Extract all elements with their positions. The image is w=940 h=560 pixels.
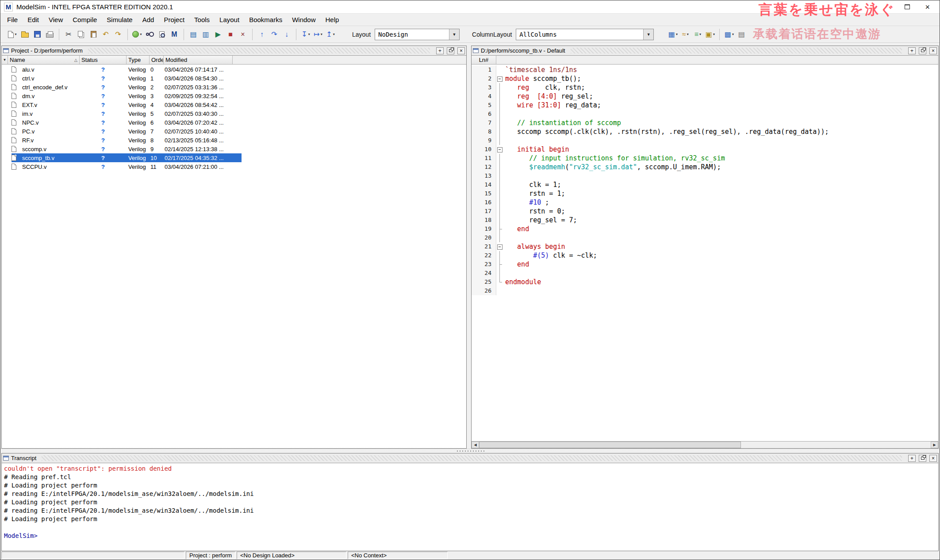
find-in-files-button[interactable]	[156, 29, 168, 40]
menu-compile[interactable]: Compile	[68, 14, 102, 25]
hscroll-track[interactable]	[479, 442, 931, 448]
panel-close-button[interactable]: ×	[457, 47, 465, 54]
panel-expand-button[interactable]: +	[436, 47, 444, 54]
panel-close-button[interactable]: ×	[929, 47, 937, 54]
close-icon[interactable]: ×	[925, 3, 930, 11]
editor-hscrollbar[interactable]: ◀ ▶	[472, 441, 938, 448]
step-over-button[interactable]: ↥▾	[325, 29, 336, 40]
table-row[interactable]: SCCPU.v?Verilog1103/04/2026 07:21:00 ...	[12, 162, 242, 171]
menu-add[interactable]: Add	[138, 14, 159, 25]
fold-collapse-icon[interactable]	[496, 145, 503, 154]
redo-button[interactable]: ↷	[112, 29, 124, 40]
code-lines[interactable]: 1`timescale 1ns/1ns2module sccomp_tb();3…	[472, 65, 938, 441]
menu-tools[interactable]: Tools	[189, 14, 215, 25]
copy-button[interactable]	[75, 29, 87, 40]
table-row[interactable]: sccomp_tb.v?Verilog1002/17/2025 04:35:32…	[12, 153, 242, 162]
menu-project[interactable]: Project	[159, 14, 189, 25]
paste-button[interactable]	[88, 29, 99, 40]
memory-button[interactable]: ▣▾	[704, 29, 716, 40]
vertical-splitter[interactable]	[467, 46, 471, 449]
panel-grip[interactable]	[571, 48, 902, 53]
panel-expand-button[interactable]: +	[908, 455, 916, 462]
transcript-lines[interactable]: couldn't open "transcript": permission d…	[2, 463, 938, 551]
table-row[interactable]: alu.v?Verilog003/04/2026 07:14:17 ...	[12, 65, 242, 74]
compile-all-button[interactable]: ▥	[200, 29, 211, 40]
table-row[interactable]: dm.v?Verilog302/09/2025 09:32:54 ...	[12, 91, 242, 100]
refresh-button[interactable]: ↷	[269, 29, 280, 40]
table-row[interactable]: RF.v?Verilog802/13/2025 05:16:48 ...	[12, 136, 242, 145]
column-header-order[interactable]: Order	[150, 56, 164, 64]
table-row[interactable]: NPC.v?Verilog603/04/2026 07:20:42 ...	[12, 118, 242, 127]
chevron-down-icon[interactable]: ▾	[308, 32, 310, 36]
layout-select[interactable]: NoDesign ▼	[375, 29, 460, 40]
run-button[interactable]: ↧▾	[300, 29, 311, 40]
menu-help[interactable]: Help	[321, 14, 344, 25]
column-header-name[interactable]: Name △	[8, 56, 80, 64]
processes-button[interactable]: ≡▾	[692, 29, 703, 40]
chevron-down-icon[interactable]: ▾	[676, 32, 678, 36]
undo-button[interactable]: ↶	[100, 29, 111, 40]
fold-collapse-icon[interactable]	[496, 74, 503, 83]
menu-bookmarks[interactable]: Bookmarks	[244, 14, 287, 25]
menu-window[interactable]: Window	[287, 14, 320, 25]
grid-button[interactable]: ▤	[736, 29, 747, 40]
menu-layout[interactable]: Layout	[215, 14, 244, 25]
menu-view[interactable]: View	[44, 14, 68, 25]
column-options-icon[interactable]: ▼	[2, 56, 8, 64]
splitter-handle[interactable]	[456, 450, 484, 452]
fold-collapse-icon[interactable]	[496, 242, 503, 251]
editor-panel-header[interactable]: D:/perform/sccomp_tb.v - Default + ×	[472, 46, 938, 56]
scroll-left-icon[interactable]: ◀	[472, 442, 479, 448]
panel-grip[interactable]	[42, 455, 902, 461]
horizontal-splitter[interactable]	[0, 449, 940, 453]
column-header-status[interactable]: Status	[80, 56, 127, 64]
print-button[interactable]	[44, 29, 55, 40]
new-file-button[interactable]: ▾	[7, 29, 18, 40]
menu-edit[interactable]: Edit	[23, 14, 44, 25]
column-header-type[interactable]: Type	[127, 56, 150, 64]
end-simulation-button[interactable]: ×	[237, 29, 249, 40]
compile-button[interactable]: ▤	[188, 29, 199, 40]
panel-undock-button[interactable]	[447, 47, 454, 54]
go-down-button[interactable]: ↓	[281, 29, 292, 40]
project-panel-header[interactable]: Project - D:/perform/perform + ×	[2, 46, 466, 56]
transcript-panel-header[interactable]: Transcript + ×	[2, 453, 938, 463]
chevron-down-icon[interactable]: ▾	[140, 32, 142, 36]
objects-button[interactable]: ▦▾	[667, 29, 679, 40]
panel-grip[interactable]	[88, 48, 430, 53]
chevron-down-icon[interactable]: ▾	[321, 32, 322, 36]
chevron-down-icon[interactable]: ▾	[699, 32, 701, 36]
scroll-right-icon[interactable]: ▶	[931, 442, 938, 448]
zoom-grid-button[interactable]: ▩▾	[723, 29, 735, 40]
table-row[interactable]: PC.v?Verilog702/07/2025 10:40:40 ...	[12, 127, 242, 136]
table-row[interactable]: EXT.v?Verilog403/04/2026 08:54:42 ...	[12, 100, 242, 109]
chevron-down-icon[interactable]: ▾	[732, 32, 734, 36]
simulate-button[interactable]: ▶	[212, 29, 224, 40]
go-up-button[interactable]: ↑	[256, 29, 268, 40]
recompile-button[interactable]: ▾	[131, 29, 143, 40]
modelsim-button[interactable]: M	[169, 29, 180, 40]
chevron-down-icon[interactable]: ▾	[333, 32, 335, 36]
table-row[interactable]: im.v?Verilog502/07/2025 03:40:30 ...	[12, 109, 242, 118]
table-row[interactable]: ctrl.v?Verilog103/04/2026 08:54:30 ...	[12, 74, 242, 83]
cut-button[interactable]: ✂	[63, 29, 74, 40]
break-button[interactable]: ■	[225, 29, 236, 40]
hscroll-thumb[interactable]	[479, 442, 741, 448]
panel-close-button[interactable]: ×	[929, 455, 937, 462]
table-row[interactable]: sccomp.v?Verilog902/14/2025 12:13:38 ...	[12, 145, 242, 153]
chevron-down-icon[interactable]: ▾	[713, 32, 715, 36]
panel-undock-button[interactable]	[919, 455, 926, 462]
wave-button[interactable]: ≈▾	[679, 29, 691, 40]
panel-expand-button[interactable]: +	[908, 47, 916, 54]
maximize-icon[interactable]	[905, 4, 910, 9]
chevron-down-icon[interactable]: ▾	[15, 32, 16, 36]
save-button[interactable]	[31, 29, 43, 40]
find-button[interactable]	[144, 29, 155, 40]
columnlayout-select[interactable]: AllColumns ▼	[516, 29, 654, 40]
panel-undock-button[interactable]	[919, 47, 926, 54]
column-header-modified[interactable]: Modified	[164, 56, 233, 64]
chevron-down-icon[interactable]: ▼	[643, 29, 653, 40]
open-folder-button[interactable]	[19, 29, 31, 40]
menu-file[interactable]: File	[2, 14, 23, 25]
chevron-down-icon[interactable]: ▾	[687, 32, 689, 36]
